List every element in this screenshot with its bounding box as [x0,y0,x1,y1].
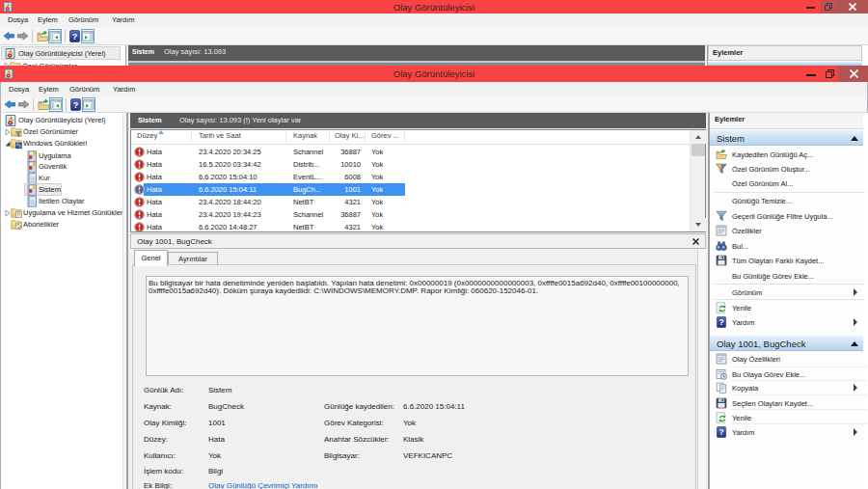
column-separator[interactable] [191,132,192,142]
collapse-icon[interactable] [851,341,858,346]
back-minimize-button[interactable] [806,7,815,9]
back-close-button[interactable] [837,0,868,14]
tab-details[interactable]: Ayrıntılar [168,252,218,265]
collapse-icon[interactable] [851,136,858,141]
column-header-source[interactable]: Kaynak [293,131,317,140]
toolbar-help-button[interactable] [69,98,82,111]
minimize-button[interactable] [806,74,816,76]
tree-item-setup[interactable]: Kur [1,173,122,184]
tree-item-root[interactable]: Olay Görüntüleyicisi (Yerel) [1,115,122,126]
column-header-event-id[interactable]: Olay Ki... [335,131,364,140]
tree-item-custom-views[interactable]: Özel Görünümler [1,126,122,138]
menu-file[interactable]: Dosya [9,85,29,94]
menu-view[interactable]: Görünüm [69,85,99,94]
scroll-down-icon [695,223,701,227]
tree-item-subscriptions[interactable]: Abonelikler [1,219,122,231]
toolbar-back-button[interactable] [4,98,16,111]
field-label-more-info: Ek Bilgi: [144,481,172,489]
back-toolbar-help-button[interactable] [68,30,81,42]
action-find[interactable]: Bul... [710,239,868,254]
tree-item-system[interactable]: Sistem [1,184,122,196]
action-filter-current-log[interactable]: Geçerli Günlüğe Filtre Uygula... [710,209,868,224]
action-open-saved-log[interactable]: Kaydedilen Günlüğü Aç... [710,148,868,162]
more-info-link[interactable]: Olay Günlüğü Çevrimiçi Yardımı [208,481,318,489]
scroll-down-button[interactable] [691,218,706,231]
tree-scrollbar[interactable] [122,113,126,489]
find-icon [716,240,727,252]
column-header-level[interactable]: Düzey [137,131,157,140]
cell-datetime: 23.4.2020 20:34:25 [199,146,261,158]
custom-views-icon [11,126,22,138]
toolbar-forward-button[interactable] [17,98,30,111]
log-statusbar: Sistem Olay sayısı: 13.093 (!) Yeni olay… [130,113,706,128]
tree-item-security[interactable]: Güvenlik [1,161,122,173]
back-toolbar-console-tree-button[interactable] [48,29,62,43]
tree-item-apps-services[interactable]: Uygulama ve Hizmet Günlükleri [1,207,122,219]
restore-button[interactable] [822,68,837,81]
event-row[interactable]: Hata 6.6.2020 14:48:27 NetBT 4321 Yok [131,221,690,231]
tree-item-windows-logs[interactable]: Windows Günlükleri [1,138,122,149]
cell-level: Hata [147,221,162,231]
section-header-label: Olay 1001, BugCheck [717,339,805,349]
error-icon-selected [134,184,146,196]
action-view-submenu[interactable]: Görünüm [710,285,868,300]
column-separator[interactable] [365,132,366,142]
action-clear-log[interactable]: Günlüğü Temizle... [710,194,868,208]
action-import-custom-view[interactable]: Özel Görünüm Al... [710,177,868,191]
table-scrollbar[interactable] [690,130,705,231]
scroll-up-button[interactable] [691,130,706,144]
event-row[interactable]: Hata 23.4.2020 18:44:20 NetBT 4321 Yok [131,196,690,208]
menu-action[interactable]: Eylem [39,85,59,94]
scroll-thumb[interactable] [692,144,705,156]
tab-general[interactable]: Genel [134,250,168,266]
action-attach-task-log[interactable]: Bu Günlüğe Görev Ekle... [710,269,868,284]
column-separator[interactable] [285,132,286,142]
column-separator[interactable] [404,132,405,142]
event-description-box[interactable]: Bu bilgisayar bir hata denetiminde yenid… [146,276,689,376]
action-copy-submenu[interactable]: Kopyala [710,381,868,395]
submenu-arrow-icon [854,288,857,296]
action-event-properties[interactable]: Olay Özellikleri [710,352,868,367]
event-row[interactable]: Hata 23.4.2020 20:34:25 Schannel 36887 Y… [131,146,690,158]
event-row-selected[interactable]: Hata 6.6.2020 15:04:11 BugCh... 1001 Yok [131,183,405,196]
back-menu-help[interactable]: Yardım [112,15,135,24]
detail-close-icon[interactable] [692,238,699,245]
action-label: Yardım [732,315,755,330]
back-tree-panel: Olay Görüntüleyicisi (Yerel) Özel Görünü… [0,45,126,66]
toolbar-console-tree-button[interactable] [49,97,63,112]
action-save-all-events[interactable]: Tüm Olayları Farklı Kaydet... [710,254,868,268]
action-help-event-submenu[interactable]: Yardım [710,425,868,440]
event-row[interactable]: Hata 6.6.2020 15:04:10 EventL... 6008 Yo… [131,171,690,183]
menu-help[interactable]: Yardım [113,85,136,94]
detail-title-bar: Olay 1001, BugCheck [130,233,706,249]
back-toolbar-action-pane-button[interactable] [81,29,95,43]
column-separator[interactable] [329,132,330,142]
back-tree-root[interactable]: Olay Görüntüleyicisi (Yerel) [1,46,121,60]
back-menu-action[interactable]: Eylem [38,15,58,24]
back-titlebar[interactable]: Olay Görüntüleyicisi [0,0,868,14]
back-menu-view[interactable]: Görünüm [68,15,98,24]
toolbar-action-pane-button[interactable] [82,97,95,112]
back-actions-title-label: Eylemler [713,48,743,57]
back-menu-file[interactable]: Dosya [8,15,28,24]
tree-item-label: İletilen Olaylar [39,196,85,207]
action-create-custom-view[interactable]: Özel Görünüm Oluştur... [710,162,868,177]
event-row[interactable]: Hata 23.4.2020 19:44:23 Schannel 36887 Y… [131,208,690,221]
cell-datetime: 23.4.2020 19:44:23 [199,208,261,221]
column-header-datetime[interactable]: Tarih ve Saat [199,131,241,140]
back-toolbar-back-button[interactable] [3,30,15,42]
action-help-submenu[interactable]: Yardım [710,315,868,330]
back-restore-button[interactable] [821,0,837,14]
back-toolbar-forward-button[interactable] [16,30,29,42]
titlebar[interactable]: Olay Görüntüleyicisi [0,66,868,82]
actions-section-event-header[interactable]: Olay 1001, BugCheck [710,336,863,351]
action-refresh[interactable]: Yenile [710,301,868,315]
tree-item-forwarded[interactable]: İletilen Olaylar [1,196,122,207]
actions-section-system-header[interactable]: Sistem [710,130,863,146]
close-button[interactable] [838,66,868,82]
cell-event-id: 4321 [329,221,361,231]
column-header-task[interactable]: Görev ... [371,131,399,140]
action-properties[interactable]: Özellikler [710,224,868,238]
detail-scrollbar-gutter[interactable] [697,249,706,489]
event-row[interactable]: Hata 16.5.2020 03:34:42 Distrib... 10010… [131,158,690,171]
